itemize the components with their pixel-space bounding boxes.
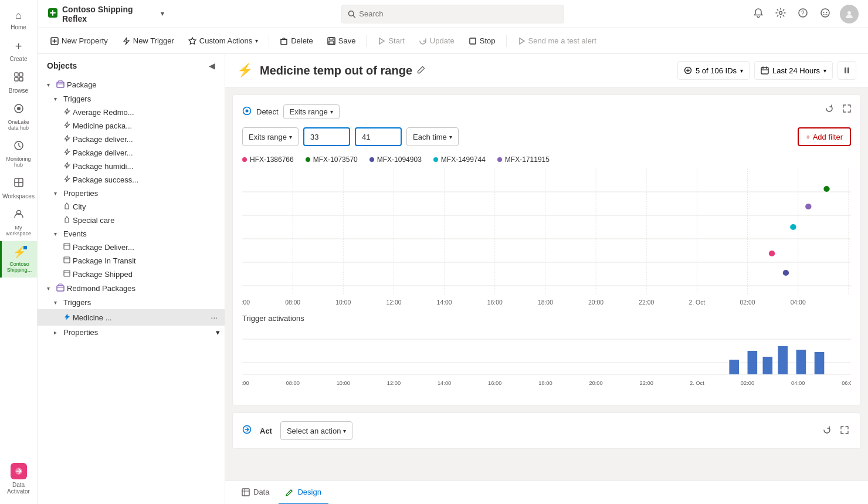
tree-item-properties[interactable]: ▾ Properties <box>38 187 225 200</box>
nav-home[interactable]: ⌂ Home <box>0 5 37 35</box>
nav-create-label: Create <box>9 56 27 62</box>
act-expand-button[interactable] <box>838 424 851 438</box>
settings-button[interactable] <box>773 5 788 23</box>
start-button[interactable]: Start <box>371 32 410 50</box>
exits-range-arrow: ▾ <box>330 109 333 115</box>
test-alert-button[interactable]: Send me a test alert <box>511 32 602 50</box>
user-avatar[interactable] <box>840 5 859 23</box>
feedback-button[interactable] <box>818 5 833 23</box>
nav-browse[interactable]: Browse <box>0 67 37 99</box>
notifications-button[interactable] <box>751 5 766 23</box>
tree-label-package-in-transit: Package In Transit <box>73 256 220 265</box>
dot-mfx4[interactable] <box>805 204 811 209</box>
act-expand-icon <box>840 426 849 434</box>
dot-mfx3[interactable] <box>790 224 796 230</box>
dot-mfx1[interactable] <box>823 186 829 192</box>
legend-label-mfx3: MFX-1499744 <box>441 155 486 164</box>
nav-my-workspace-label: My workspace <box>2 225 35 236</box>
create-icon: + <box>15 40 22 53</box>
tree-item-rdm-properties[interactable]: ▸ Properties ▾ <box>38 326 225 339</box>
tree-item-package-in-transit[interactable]: Package In Transit <box>38 254 225 268</box>
svg-rect-2 <box>15 77 18 81</box>
svg-text:04:00: 04:00 <box>791 380 805 386</box>
edit-title-icon[interactable] <box>417 66 425 76</box>
sidebar-collapse-button[interactable]: ◀ <box>209 61 215 70</box>
more-button[interactable]: ··· <box>208 312 220 323</box>
svg-rect-33 <box>470 38 476 44</box>
tree-item-rdm-triggers[interactable]: ▾ Triggers <box>38 296 225 309</box>
act-refresh-button[interactable] <box>820 424 833 438</box>
ids-button[interactable]: 5 of 106 IDs ▾ <box>677 61 750 80</box>
data-tab-icon <box>242 488 250 496</box>
alert-header: ⚡ Medicine temp out of range 5 of 106 ID… <box>225 54 868 87</box>
tree-item-city[interactable]: City <box>38 200 225 214</box>
delete-button[interactable]: Delete <box>274 32 319 50</box>
detect-header: Detect Exits range ▾ <box>242 104 851 119</box>
tree-item-package-deliver-ev[interactable]: Package Deliver... <box>38 241 225 254</box>
bottom-tabs: Data Design <box>225 481 868 504</box>
update-button[interactable]: Update <box>413 32 460 50</box>
search-area <box>169 5 737 23</box>
search-input[interactable] <box>359 9 558 18</box>
range-low-input[interactable] <box>303 127 350 146</box>
tree-label-properties: Properties <box>63 189 220 198</box>
toolbar-divider-2 <box>366 35 367 47</box>
dot-mfx2[interactable] <box>783 270 789 276</box>
stop-button[interactable]: Stop <box>463 32 501 50</box>
filter-type-dropdown[interactable]: Exits range ▾ <box>242 127 299 146</box>
tree-item-avg-redmo[interactable]: Average Redmo... <box>38 106 225 119</box>
app-title[interactable]: Contoso Shipping Reflex ▾ <box>62 5 164 23</box>
tab-design[interactable]: Design <box>279 481 328 505</box>
help-button[interactable]: ? <box>795 5 811 23</box>
filter-type-arrow: ▾ <box>289 134 292 140</box>
action-dropdown[interactable]: Select an action ▾ <box>280 421 353 440</box>
svg-line-16 <box>353 15 355 17</box>
range-high-input[interactable] <box>355 127 402 146</box>
exits-range-dropdown[interactable]: Exits range ▾ <box>283 104 340 119</box>
search-bar[interactable] <box>341 5 564 23</box>
tree-item-package-shipped[interactable]: Package Shipped <box>38 268 225 281</box>
tree-item-package-deliv1[interactable]: Package deliver... <box>38 133 225 146</box>
tab-data-label: Data <box>253 488 269 496</box>
nav-create[interactable]: + Create <box>0 35 37 67</box>
tree-item-medicine-active[interactable]: Medicine ... ··· <box>38 309 225 326</box>
nav-contoso[interactable]: ⚡ . Contoso Shipping... <box>0 241 37 278</box>
tab-data[interactable]: Data <box>235 481 276 505</box>
save-button[interactable]: Save <box>321 32 362 50</box>
svg-text:?: ? <box>801 10 805 16</box>
nav-workspaces[interactable]: Workspaces <box>0 172 37 204</box>
pause-icon <box>843 66 851 75</box>
tree-item-redmond-packages[interactable]: ▾ Redmond Packages <box>38 281 225 296</box>
tree-item-medicine-packa[interactable]: Medicine packa... <box>38 119 225 133</box>
svg-point-22 <box>826 12 828 13</box>
add-filter-button[interactable]: + Add filter <box>798 127 851 146</box>
legend-dot-mfx3 <box>433 157 438 162</box>
tree-item-package-deliv2[interactable]: Package deliver... <box>38 146 225 160</box>
date-range-button[interactable]: Last 24 Hours ▾ <box>754 61 833 80</box>
tree-item-package-humidi[interactable]: Package humidi... <box>38 160 225 173</box>
tree-item-triggers[interactable]: ▾ Triggers <box>38 92 225 106</box>
tree-label-package-shipped: Package Shipped <box>73 270 220 279</box>
tree-item-events[interactable]: ▾ Events <box>38 227 225 241</box>
dot-hfx1[interactable] <box>769 251 775 256</box>
nav-monitoring[interactable]: Monitoring hub <box>0 136 37 172</box>
toolbar-divider-1 <box>269 35 269 47</box>
new-trigger-button[interactable]: New Trigger <box>116 32 180 50</box>
nav-my-workspace[interactable]: My workspace <box>0 204 37 241</box>
nav-onelake[interactable]: OneLake data hub <box>0 99 37 136</box>
tree-item-special-care[interactable]: Special care <box>38 214 225 227</box>
tree-item-package[interactable]: ▾ Package <box>38 77 225 92</box>
refresh-button[interactable] <box>823 102 836 117</box>
new-property-button[interactable]: New Property <box>45 32 114 50</box>
nav-data-activator[interactable]: Data Activator <box>0 458 37 499</box>
frequency-dropdown[interactable]: Each time ▾ <box>406 127 459 146</box>
event-icon-3 <box>63 270 70 279</box>
new-trigger-icon <box>122 37 130 45</box>
tree-label-rdm-triggers: Triggers <box>63 298 220 307</box>
activations-label: Trigger activations <box>242 314 851 323</box>
tree-item-package-success[interactable]: Package success... <box>38 173 225 187</box>
custom-actions-button[interactable]: Custom Actions ▾ <box>182 32 264 50</box>
test-alert-icon <box>517 37 525 45</box>
expand-button[interactable] <box>840 102 853 117</box>
pause-button[interactable] <box>838 61 856 80</box>
